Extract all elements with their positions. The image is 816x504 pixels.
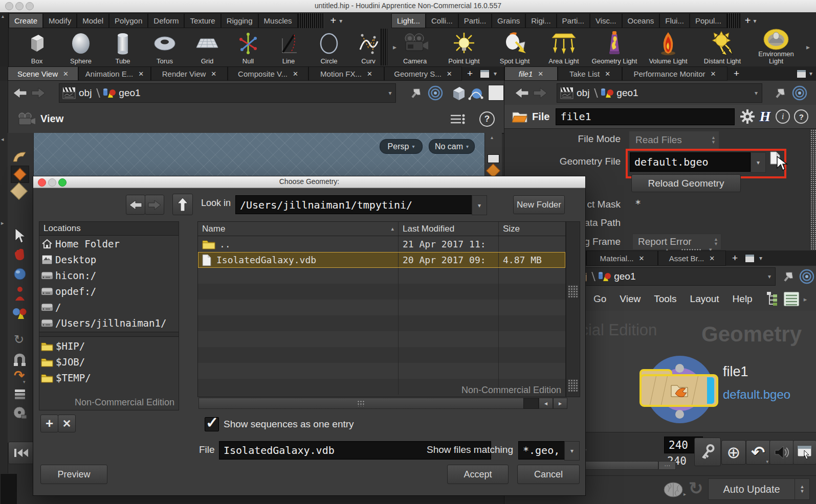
close-icon[interactable]: ✕ (709, 255, 715, 262)
node-input-connector[interactable] (675, 364, 684, 373)
path-dropdown-icon[interactable]: ▾ (755, 89, 758, 97)
breadcrumb-node[interactable]: geo1 (119, 87, 140, 99)
shelf-tool-torus[interactable]: Torus (148, 29, 181, 65)
pane-add-tab-button[interactable]: + (467, 68, 473, 79)
splitter-collapse-icon[interactable]: ◂ (1, 136, 4, 143)
cancel-button[interactable]: Cancel (517, 465, 580, 484)
shelf-tool-camera[interactable]: Camera (395, 29, 435, 65)
shelf-tab-polygon[interactable]: Polygon (109, 13, 148, 28)
tool-handles-icon[interactable] (10, 182, 28, 200)
close-icon[interactable]: ✕ (63, 70, 69, 78)
close-icon[interactable]: ✕ (605, 70, 610, 78)
close-icon[interactable]: ✕ (138, 70, 144, 78)
location-hip[interactable]: $HIP/ (39, 338, 179, 354)
radar-icon[interactable] (799, 269, 814, 284)
breadcrumb-node[interactable]: geo1 (614, 271, 635, 282)
menu-layout[interactable]: Layout (690, 293, 719, 305)
shelf-tool-curve[interactable]: Curv (355, 29, 382, 65)
gear-icon[interactable] (740, 109, 755, 124)
pane-tab-scene-view[interactable]: Scene View✕ (8, 66, 78, 81)
shelf-add-menu-icon[interactable]: ▾ (339, 17, 342, 25)
shelf-tab-populate[interactable]: Popul... (690, 13, 727, 28)
display-options-icon[interactable] (449, 112, 466, 126)
shelf-tab-lights[interactable]: Light... (391, 13, 426, 28)
shelf-tab-particlefluids[interactable]: Parti... (557, 13, 590, 28)
location-home[interactable]: Home Folder (39, 236, 179, 251)
geometry-file-dropdown[interactable]: ▾ (751, 152, 766, 173)
hscroll-right-button[interactable]: ▸ (553, 398, 567, 409)
film-disc-icon[interactable] (13, 406, 27, 420)
look-in-path-input[interactable]: /Users/jillnaiman1/tmpytini/ (235, 195, 480, 214)
camera-selector[interactable]: No cam ▾ (429, 139, 475, 154)
pane-tab-animation-editor[interactable]: Animation E...✕ (78, 66, 151, 81)
forward-icon[interactable] (30, 86, 47, 100)
pane-add-tab-button[interactable]: + (732, 253, 738, 264)
shelf-tab-model[interactable]: Model (77, 13, 109, 28)
list-view-icon[interactable] (783, 291, 800, 307)
brain-icon[interactable] (663, 481, 683, 498)
location-user[interactable]: /Users/jillnaiman1/ (39, 315, 179, 331)
locations-header[interactable]: Locations (39, 222, 179, 236)
shelf-tool-geometry-light[interactable]: Geometry Light (591, 29, 637, 65)
shelf-tab-texture[interactable]: Texture (184, 13, 220, 28)
pane-maximize-icon[interactable] (797, 70, 806, 78)
snapshot-icon[interactable] (488, 154, 499, 163)
pane-add-tab-button[interactable]: + (734, 68, 739, 79)
shelf-tab-deform[interactable]: Deform (148, 13, 184, 28)
brain-menu-icon[interactable]: ▸ (683, 491, 686, 497)
geometry-spheres-icon[interactable] (12, 306, 27, 320)
pane-tab-file1[interactable]: file1✕ (504, 66, 558, 81)
rewind-button[interactable] (8, 442, 35, 464)
shelf-tool-sphere[interactable]: Sphere (64, 29, 97, 65)
view-cube-icon[interactable] (450, 84, 467, 102)
houdini-help-logo[interactable]: H (759, 108, 770, 125)
menu-view[interactable]: View (620, 293, 641, 305)
shelf-tab-rigid[interactable]: Rigi... (525, 13, 556, 28)
preview-button[interactable]: Preview (40, 465, 107, 484)
location-desktop[interactable]: Desktop (39, 251, 179, 267)
reload-geometry-button[interactable]: Reload Geometry (631, 174, 741, 192)
shelf-add-button[interactable]: + (330, 15, 337, 27)
layout-square-icon[interactable] (488, 85, 504, 101)
shelf-add-button-right[interactable]: + (745, 15, 751, 27)
shelf-tab-fluids[interactable]: Flui... (659, 13, 690, 28)
shelf-tab-grains[interactable]: Grains (492, 13, 525, 28)
close-icon[interactable]: ✕ (293, 70, 298, 78)
pane-tab-geometry-spreadsheet[interactable]: Geometry S...✕ (384, 66, 462, 81)
shelf-add-menu-icon-right[interactable]: ▾ (754, 17, 757, 25)
pane-tab-asset-browser[interactable]: Asset Br...✕ (658, 250, 726, 266)
file-node[interactable] (639, 374, 718, 407)
keyframe-options-button[interactable]: ⊕ (721, 440, 746, 465)
vscroll-grip[interactable] (568, 285, 578, 297)
menu-help[interactable]: Help (733, 293, 753, 305)
close-icon[interactable]: ✕ (638, 255, 644, 262)
shelf-tab-modify[interactable]: Modify (43, 13, 77, 28)
file-mode-select[interactable]: Read Files ▲▼ (629, 131, 719, 149)
path-dropdown-icon[interactable]: ▾ (388, 89, 391, 97)
column-header-modified[interactable]: Last Modified (399, 222, 499, 236)
pane-menu-icon[interactable]: ▾ (759, 255, 762, 262)
pose-tool-icon[interactable] (13, 286, 27, 302)
location-temp[interactable]: $TEMP/ (39, 370, 179, 385)
shelf-tab-create[interactable]: Create (9, 13, 43, 28)
radar-icon[interactable] (428, 85, 443, 101)
pin-icon[interactable] (782, 269, 795, 284)
shelf-tab-collisions[interactable]: Colli... (426, 13, 458, 28)
menubar-overflow-icon[interactable]: ▸ (804, 295, 807, 303)
table-hscrollbar[interactable] (199, 398, 524, 409)
update-mode-select[interactable]: Auto Update (708, 478, 795, 500)
breadcrumb-root[interactable]: obj (79, 87, 92, 99)
tree-list-icon[interactable] (766, 292, 778, 306)
location-job[interactable]: $JOB/ (39, 354, 179, 370)
strip-collapse-icon[interactable]: ▴ (491, 134, 493, 140)
shelf-tab-oceans[interactable]: Oceans (622, 13, 660, 28)
tool-badge-icon[interactable] (11, 148, 28, 164)
playbar-scroll-grip[interactable]: ⋯ (658, 461, 676, 470)
accept-button[interactable]: Accept (447, 465, 509, 484)
pane-menu-icon[interactable]: ▾ (809, 70, 812, 77)
new-folder-button[interactable]: New Folder (513, 195, 565, 214)
shelf-tool-environment-light[interactable]: Environmen Light (753, 29, 799, 65)
hscroll-page-area[interactable] (523, 398, 539, 409)
node-output-connector[interactable] (675, 410, 684, 419)
vscroll-grip-lower[interactable] (568, 379, 578, 392)
